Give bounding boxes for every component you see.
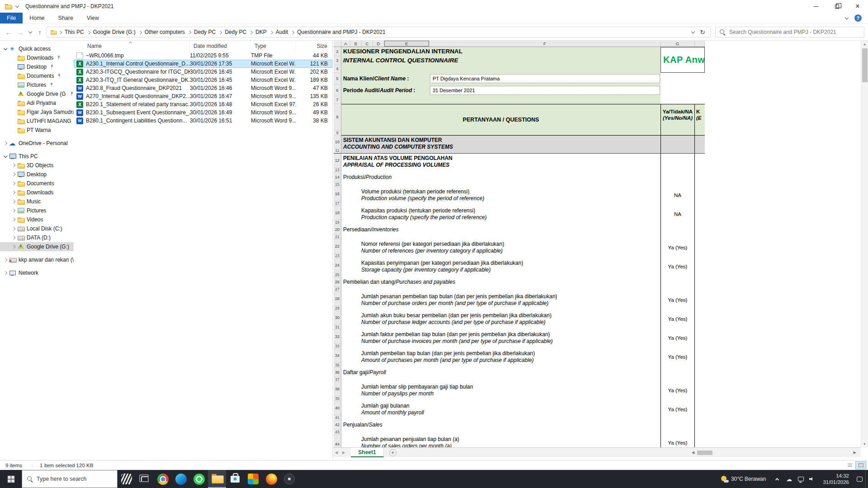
breadcrumb-segment[interactable]: Questionnaire and PMPJ - DKP2021 — [295, 29, 387, 35]
file-row[interactable]: A230.8_Fraud Questionnaire_DKP202130/01/… — [74, 84, 332, 92]
large-icons-view-button[interactable] — [855, 461, 866, 469]
sidebar-item-quick-access[interactable]: Quick access — [0, 44, 74, 53]
vertical-scrollbar[interactable]: ▲ ▼ — [861, 41, 868, 447]
chevron-collapsed-icon[interactable] — [12, 209, 15, 212]
sidebar-item-3d-objects[interactable]: 3D Objects — [0, 161, 74, 170]
breadcrumb-segment[interactable]: This PC — [62, 29, 86, 35]
scroll-up-icon[interactable]: ▲ — [863, 41, 866, 47]
file-row[interactable]: B220.1_Statement of related party transa… — [74, 100, 332, 108]
scroll-left-icon[interactable]: ◀ — [690, 450, 696, 455]
sidebar-item-onedrive-personal[interactable]: OneDrive - Personal — [0, 139, 74, 148]
minimize-button[interactable] — [806, 0, 826, 13]
action-center-button[interactable] — [854, 470, 865, 488]
details-view-button[interactable] — [844, 461, 855, 469]
taskbar-app-photos[interactable] — [244, 470, 262, 488]
column-header-name[interactable]: Name — [74, 41, 190, 52]
sidebar-item-desktop[interactable]: Desktop — [0, 62, 74, 71]
up-button[interactable]: ↑ — [35, 27, 45, 37]
forward-button[interactable]: → — [15, 27, 25, 37]
column-header-size[interactable]: Size — [296, 41, 332, 52]
taskbar-app-whatsapp[interactable] — [190, 470, 208, 488]
sidebar-item-luthfi-magang[interactable]: LUTHFI MAGANG — [0, 117, 74, 126]
volume-tray-icon[interactable] — [807, 470, 818, 488]
sidebar-item-pictures-2[interactable]: Pictures — [0, 206, 74, 215]
sheet-nav-right-icon[interactable]: ▶ — [340, 450, 347, 455]
sidebar-item-kkp-anwar-dan-rekan[interactable]: kkp anwar dan rekan (\\1 — [0, 255, 74, 264]
sidebar-item-data-d[interactable]: DATA (D:) — [0, 233, 74, 242]
back-button[interactable]: ← — [4, 27, 14, 37]
chevron-collapsed-icon[interactable] — [12, 182, 15, 185]
file-row[interactable]: ~WRL0066.tmp11/02/2025 9:55TMP File44 KB — [74, 52, 332, 60]
column-header-type[interactable]: Type — [251, 41, 296, 52]
show-desktop-button[interactable] — [865, 470, 868, 488]
scroll-down-icon[interactable]: ▼ — [863, 441, 866, 447]
sidebar-item-pt-warna[interactable]: PT Warna — [0, 126, 74, 135]
network-tray-icon[interactable] — [795, 470, 807, 488]
sidebar-item-figar-jaya-samudra[interactable]: Figar Jaya Samudra — [0, 108, 74, 117]
chevron-collapsed-icon[interactable] — [12, 218, 15, 221]
chevron-collapsed-icon[interactable] — [12, 200, 15, 203]
chevron-collapsed-icon[interactable] — [12, 227, 15, 230]
ribbon-tab-home[interactable]: Home — [23, 13, 51, 23]
chevron-collapsed-icon[interactable] — [4, 258, 7, 262]
sidebar-item-network[interactable]: Network — [0, 268, 74, 277]
address-dropdown-icon[interactable] — [691, 30, 695, 33]
address-bar[interactable]: This PCGoogle Drive (G:)Other computersD… — [47, 27, 711, 38]
ribbon-expand-icon[interactable] — [845, 16, 849, 19]
close-button[interactable]: × — [847, 0, 868, 13]
column-header-date-modified[interactable]: Date modified — [190, 41, 251, 52]
chevron-expanded-icon[interactable] — [4, 154, 7, 158]
chevron-collapsed-icon[interactable] — [4, 141, 7, 145]
sidebar-item-downloads-2[interactable]: Downloads — [0, 188, 74, 197]
chevron-collapsed-icon[interactable] — [12, 245, 15, 249]
file-row[interactable]: A230.3-ITGCQ_Questionnaire for ITGC_DK..… — [74, 68, 332, 76]
weather-widget[interactable]: 30°C Berawan — [716, 476, 772, 483]
breadcrumb-segment[interactable]: DKP — [253, 29, 269, 35]
ribbon-tab-view[interactable]: View — [80, 13, 106, 23]
ribbon-tab-file[interactable]: File — [0, 13, 23, 23]
file-row[interactable]: A230.3-ITQ_IT General Questionnaire_DK..… — [74, 76, 332, 84]
taskbar-app-edge[interactable] — [172, 470, 190, 488]
file-row[interactable]: B280.1_Contingent Liabilities Questionn.… — [74, 117, 332, 125]
sidebar-item-music[interactable]: Music — [0, 197, 74, 206]
chevron-collapsed-icon[interactable] — [4, 271, 7, 275]
breadcrumb-segment[interactable]: Audit — [274, 29, 290, 35]
chevron-collapsed-icon[interactable] — [12, 164, 15, 167]
breadcrumb-segment[interactable]: Other computers — [142, 29, 187, 35]
taskbar-app-task-view[interactable] — [136, 470, 154, 488]
file-row[interactable]: A230.1_Internal Control Questionnaire_D.… — [74, 60, 332, 68]
breadcrumb-segment[interactable]: Dedy PC — [222, 29, 249, 35]
chevron-collapsed-icon[interactable] — [12, 236, 15, 239]
taskbar-search-box[interactable]: Type here to search — [22, 470, 118, 488]
refresh-icon[interactable]: ↻ — [700, 28, 705, 36]
taskbar-app-microsoft-store[interactable] — [226, 470, 244, 488]
vertical-scrollbar-thumb[interactable] — [862, 48, 868, 82]
sidebar-item-adi-priyatna[interactable]: Adi Priyatna — [0, 99, 74, 108]
chevron-collapsed-icon[interactable] — [12, 173, 15, 176]
restore-button[interactable] — [826, 0, 847, 13]
sidebar-item-local-disk-c[interactable]: Local Disk (C:) — [0, 224, 74, 233]
sidebar-item-documents-2[interactable]: Documents — [0, 179, 74, 188]
sidebar-item-pictures[interactable]: Pictures — [0, 80, 74, 89]
chevron-expanded-icon[interactable] — [4, 47, 7, 50]
start-button[interactable] — [0, 470, 22, 488]
breadcrumb-segment[interactable]: Google Drive (G:) — [91, 29, 138, 35]
ribbon-tab-share[interactable]: Share — [52, 13, 80, 23]
taskbar-clock[interactable]: 14:32 31/01/2026 — [818, 473, 854, 485]
taskbar-app-firefox[interactable] — [262, 470, 280, 488]
file-row[interactable]: B230.1_Subsequent Event Questionnaire_..… — [74, 108, 332, 117]
explorer-search-box[interactable]: Search Questionnaire and PMPJ - DKP2021 — [715, 27, 864, 38]
sheet-nav-left-icon[interactable]: ◀ — [333, 450, 340, 455]
sidebar-item-google-drive-g[interactable]: Google Drive (G:) — [0, 89, 74, 99]
sidebar-item-this-pc[interactable]: This PC — [0, 152, 74, 161]
file-row[interactable]: A270_Internal Audit Questionnaire_DKP2..… — [74, 92, 332, 100]
sidebar-item-desktop-2[interactable]: Desktop — [0, 170, 74, 179]
taskbar-app-zebra-shortcut[interactable] — [118, 470, 136, 488]
taskbar-app-chrome[interactable] — [154, 470, 172, 488]
onedrive-tray-icon[interactable] — [783, 470, 795, 488]
sheet-tab[interactable]: Sheet1 — [351, 448, 383, 457]
sidebar-item-documents[interactable]: Documents — [0, 71, 74, 80]
chevron-collapsed-icon[interactable] — [12, 191, 15, 194]
quick-access-toolbar-dropdown-icon[interactable] — [15, 4, 19, 8]
add-sheet-button[interactable]: + — [389, 449, 396, 456]
